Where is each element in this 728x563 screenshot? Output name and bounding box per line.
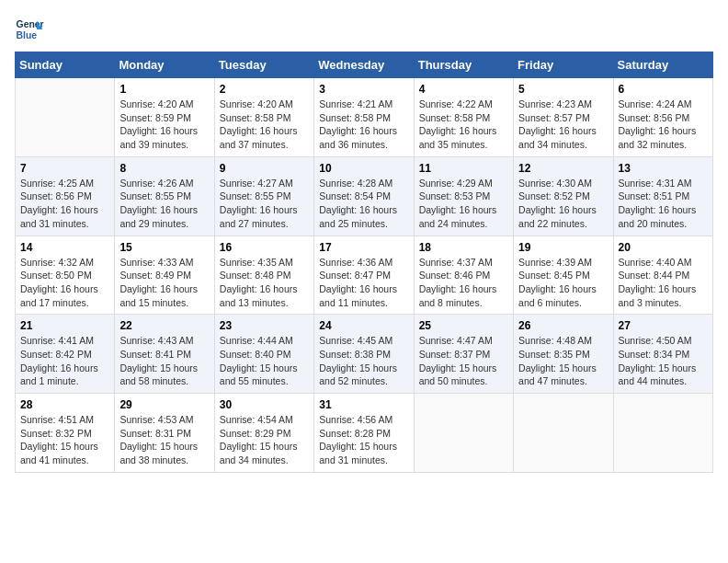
calendar-cell: 12Sunrise: 4:30 AM Sunset: 8:52 PM Dayli… <box>514 156 613 236</box>
calendar-cell: 14Sunrise: 4:32 AM Sunset: 8:50 PM Dayli… <box>16 236 115 315</box>
day-number: 20 <box>619 241 708 254</box>
calendar-cell: 27Sunrise: 4:50 AM Sunset: 8:34 PM Dayli… <box>613 315 712 394</box>
calendar-cell: 22Sunrise: 4:43 AM Sunset: 8:41 PM Dayli… <box>115 315 214 394</box>
calendar-cell: 25Sunrise: 4:47 AM Sunset: 8:37 PM Dayli… <box>414 315 513 394</box>
calendar-cell: 26Sunrise: 4:48 AM Sunset: 8:35 PM Dayli… <box>514 315 613 394</box>
calendar-cell: 21Sunrise: 4:41 AM Sunset: 8:42 PM Dayli… <box>16 315 115 394</box>
calendar-cell <box>414 394 513 473</box>
day-info: Sunrise: 4:29 AM Sunset: 8:53 PM Dayligh… <box>419 177 508 231</box>
day-info: Sunrise: 4:44 AM Sunset: 8:40 PM Dayligh… <box>220 334 309 388</box>
calendar-week-row: 21Sunrise: 4:41 AM Sunset: 8:42 PM Dayli… <box>16 315 713 394</box>
day-number: 7 <box>20 162 109 175</box>
calendar-cell: 28Sunrise: 4:51 AM Sunset: 8:32 PM Dayli… <box>16 394 115 473</box>
day-info: Sunrise: 4:40 AM Sunset: 8:44 PM Dayligh… <box>619 256 708 310</box>
day-number: 2 <box>220 83 309 96</box>
calendar-cell: 1Sunrise: 4:20 AM Sunset: 8:59 PM Daylig… <box>115 78 214 157</box>
weekday-header-sunday: Sunday <box>16 52 115 78</box>
calendar-cell <box>16 78 115 157</box>
day-info: Sunrise: 4:22 AM Sunset: 8:58 PM Dayligh… <box>419 98 508 152</box>
day-number: 29 <box>119 398 209 411</box>
day-info: Sunrise: 4:20 AM Sunset: 8:59 PM Dayligh… <box>119 98 209 152</box>
calendar-week-row: 7Sunrise: 4:25 AM Sunset: 8:56 PM Daylig… <box>16 156 713 236</box>
day-info: Sunrise: 4:23 AM Sunset: 8:57 PM Dayligh… <box>518 98 608 152</box>
day-info: Sunrise: 4:24 AM Sunset: 8:56 PM Dayligh… <box>619 98 708 152</box>
day-number: 21 <box>20 319 109 332</box>
day-info: Sunrise: 4:21 AM Sunset: 8:58 PM Dayligh… <box>319 98 408 152</box>
weekday-header-tuesday: Tuesday <box>214 52 313 78</box>
day-number: 24 <box>319 319 408 332</box>
day-number: 23 <box>220 319 309 332</box>
calendar-cell: 6Sunrise: 4:24 AM Sunset: 8:56 PM Daylig… <box>613 78 712 157</box>
day-info: Sunrise: 4:54 AM Sunset: 8:29 PM Dayligh… <box>220 413 309 467</box>
day-info: Sunrise: 4:37 AM Sunset: 8:46 PM Dayligh… <box>419 256 508 310</box>
day-number: 13 <box>619 162 708 175</box>
day-number: 12 <box>518 162 608 175</box>
day-info: Sunrise: 4:36 AM Sunset: 8:47 PM Dayligh… <box>319 256 408 310</box>
calendar-cell: 20Sunrise: 4:40 AM Sunset: 8:44 PM Dayli… <box>613 236 712 315</box>
calendar-cell: 29Sunrise: 4:53 AM Sunset: 8:31 PM Dayli… <box>115 394 214 473</box>
svg-text:Blue: Blue <box>17 30 38 40</box>
day-number: 28 <box>20 398 109 411</box>
day-number: 19 <box>518 241 608 254</box>
day-number: 3 <box>319 83 408 96</box>
calendar-cell: 11Sunrise: 4:29 AM Sunset: 8:53 PM Dayli… <box>414 156 513 236</box>
calendar-cell: 5Sunrise: 4:23 AM Sunset: 8:57 PM Daylig… <box>514 78 613 157</box>
calendar-week-row: 1Sunrise: 4:20 AM Sunset: 8:59 PM Daylig… <box>16 78 713 157</box>
calendar-cell: 15Sunrise: 4:33 AM Sunset: 8:49 PM Dayli… <box>115 236 214 315</box>
day-info: Sunrise: 4:33 AM Sunset: 8:49 PM Dayligh… <box>119 256 209 310</box>
calendar-cell: 13Sunrise: 4:31 AM Sunset: 8:51 PM Dayli… <box>613 156 712 236</box>
day-number: 30 <box>220 398 309 411</box>
day-number: 26 <box>518 319 608 332</box>
day-number: 9 <box>220 162 309 175</box>
day-number: 27 <box>619 319 708 332</box>
weekday-header-friday: Friday <box>514 52 613 78</box>
day-info: Sunrise: 4:39 AM Sunset: 8:45 PM Dayligh… <box>518 256 608 310</box>
day-info: Sunrise: 4:31 AM Sunset: 8:51 PM Dayligh… <box>619 177 708 231</box>
day-number: 6 <box>619 83 708 96</box>
calendar-cell: 4Sunrise: 4:22 AM Sunset: 8:58 PM Daylig… <box>414 78 513 157</box>
day-info: Sunrise: 4:45 AM Sunset: 8:38 PM Dayligh… <box>319 334 408 388</box>
day-number: 25 <box>419 319 508 332</box>
day-info: Sunrise: 4:27 AM Sunset: 8:55 PM Dayligh… <box>220 177 309 231</box>
logo: General Blue <box>15 15 48 44</box>
day-info: Sunrise: 4:56 AM Sunset: 8:28 PM Dayligh… <box>319 413 408 467</box>
calendar-cell: 16Sunrise: 4:35 AM Sunset: 8:48 PM Dayli… <box>214 236 313 315</box>
calendar-cell <box>514 394 613 473</box>
weekday-header-wednesday: Wednesday <box>314 52 414 78</box>
calendar-cell: 8Sunrise: 4:26 AM Sunset: 8:55 PM Daylig… <box>115 156 214 236</box>
day-number: 17 <box>319 241 408 254</box>
calendar-cell: 31Sunrise: 4:56 AM Sunset: 8:28 PM Dayli… <box>314 394 414 473</box>
day-info: Sunrise: 4:30 AM Sunset: 8:52 PM Dayligh… <box>518 177 608 231</box>
day-info: Sunrise: 4:25 AM Sunset: 8:56 PM Dayligh… <box>20 177 109 231</box>
day-info: Sunrise: 4:20 AM Sunset: 8:58 PM Dayligh… <box>220 98 309 152</box>
day-info: Sunrise: 4:32 AM Sunset: 8:50 PM Dayligh… <box>20 256 109 310</box>
calendar-week-row: 14Sunrise: 4:32 AM Sunset: 8:50 PM Dayli… <box>16 236 713 315</box>
weekday-header-saturday: Saturday <box>613 52 712 78</box>
calendar-cell: 23Sunrise: 4:44 AM Sunset: 8:40 PM Dayli… <box>214 315 313 394</box>
calendar-cell: 17Sunrise: 4:36 AM Sunset: 8:47 PM Dayli… <box>314 236 414 315</box>
calendar-cell: 24Sunrise: 4:45 AM Sunset: 8:38 PM Dayli… <box>314 315 414 394</box>
calendar-week-row: 28Sunrise: 4:51 AM Sunset: 8:32 PM Dayli… <box>16 394 713 473</box>
day-number: 8 <box>119 162 209 175</box>
day-info: Sunrise: 4:50 AM Sunset: 8:34 PM Dayligh… <box>619 334 708 388</box>
day-info: Sunrise: 4:28 AM Sunset: 8:54 PM Dayligh… <box>319 177 408 231</box>
calendar-cell: 10Sunrise: 4:28 AM Sunset: 8:54 PM Dayli… <box>314 156 414 236</box>
day-number: 5 <box>518 83 608 96</box>
day-info: Sunrise: 4:51 AM Sunset: 8:32 PM Dayligh… <box>20 413 109 467</box>
calendar-cell: 30Sunrise: 4:54 AM Sunset: 8:29 PM Dayli… <box>214 394 313 473</box>
calendar-cell: 7Sunrise: 4:25 AM Sunset: 8:56 PM Daylig… <box>16 156 115 236</box>
day-number: 15 <box>119 241 209 254</box>
calendar-cell: 2Sunrise: 4:20 AM Sunset: 8:58 PM Daylig… <box>214 78 313 157</box>
weekday-header-monday: Monday <box>115 52 214 78</box>
day-info: Sunrise: 4:48 AM Sunset: 8:35 PM Dayligh… <box>518 334 608 388</box>
day-info: Sunrise: 4:47 AM Sunset: 8:37 PM Dayligh… <box>419 334 508 388</box>
day-number: 31 <box>319 398 408 411</box>
header: General Blue <box>15 15 713 44</box>
day-number: 14 <box>20 241 109 254</box>
day-info: Sunrise: 4:43 AM Sunset: 8:41 PM Dayligh… <box>119 334 209 388</box>
logo-icon: General Blue <box>15 15 44 44</box>
calendar-cell: 9Sunrise: 4:27 AM Sunset: 8:55 PM Daylig… <box>214 156 313 236</box>
day-info: Sunrise: 4:53 AM Sunset: 8:31 PM Dayligh… <box>119 413 209 467</box>
day-number: 4 <box>419 83 508 96</box>
calendar-table: SundayMondayTuesdayWednesdayThursdayFrid… <box>15 52 713 473</box>
